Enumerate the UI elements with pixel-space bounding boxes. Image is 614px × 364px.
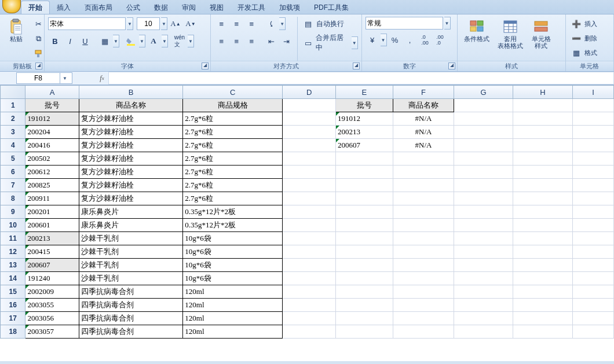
cell-C18[interactable]: 120ml <box>183 325 283 339</box>
cell-C2[interactable]: 2.7g*6粒 <box>183 112 283 126</box>
cell-I10[interactable] <box>572 219 613 232</box>
cell-E13[interactable] <box>336 259 393 272</box>
italic-button[interactable]: I <box>63 34 77 48</box>
cell-A6[interactable]: 200612 <box>25 166 79 179</box>
cell-G1[interactable] <box>454 99 513 112</box>
wrap-text-button[interactable]: 自动换行 <box>316 19 344 29</box>
cut-button[interactable]: ✂ <box>31 17 45 31</box>
decrease-indent-button[interactable]: ⇤ <box>264 34 278 48</box>
tab-3[interactable]: 公式 <box>119 1 147 14</box>
cell-F18[interactable] <box>393 325 454 339</box>
cell-B14[interactable]: 沙棘干乳剂 <box>79 272 183 285</box>
row-header-17[interactable]: 17 <box>1 312 25 325</box>
currency-button[interactable]: ¥ <box>366 33 379 47</box>
cell-F6[interactable] <box>393 166 454 179</box>
chevron-down-icon[interactable]: ▼ <box>139 35 145 47</box>
paste-button[interactable]: 粘贴 <box>3 17 29 44</box>
copy-button[interactable]: ⧉ <box>31 32 45 46</box>
cell-H14[interactable] <box>513 272 572 285</box>
cell-D11[interactable] <box>283 232 336 245</box>
cell-E11[interactable] <box>336 232 393 245</box>
row-header-3[interactable]: 3 <box>1 126 25 139</box>
cell-I16[interactable] <box>572 299 613 312</box>
cell-B5[interactable]: 复方沙棘籽油栓 <box>79 152 183 166</box>
tab-6[interactable]: 视图 <box>203 1 231 14</box>
cell-I15[interactable] <box>572 285 613 299</box>
tab-7[interactable]: 开发工具 <box>231 1 272 14</box>
cell-H12[interactable] <box>513 245 572 259</box>
cell-G15[interactable] <box>454 285 513 299</box>
cell-B18[interactable]: 四季抗病毒合剂 <box>79 325 183 339</box>
cell-D5[interactable] <box>283 152 336 166</box>
row-header-8[interactable]: 8 <box>1 192 25 205</box>
cell-C5[interactable]: 2.7g*6粒 <box>183 152 283 166</box>
cell-D12[interactable] <box>283 245 336 259</box>
cell-F4[interactable]: #N/A <box>393 139 454 152</box>
cell-B11[interactable]: 沙棘干乳剂 <box>79 232 183 245</box>
col-header-B[interactable]: B <box>79 86 183 99</box>
cell-E15[interactable] <box>336 285 393 299</box>
cell-C17[interactable]: 120ml <box>183 312 283 325</box>
row-header-14[interactable]: 14 <box>1 272 25 285</box>
cell-A17[interactable]: 2003056 <box>25 312 79 325</box>
cell-F8[interactable] <box>393 192 454 205</box>
chevron-down-icon[interactable]: ▼ <box>161 17 167 30</box>
cell-G9[interactable] <box>454 205 513 219</box>
cell-G5[interactable] <box>454 152 513 166</box>
col-header-C[interactable]: C <box>183 86 283 99</box>
cell-I3[interactable] <box>572 126 613 139</box>
cell-D14[interactable] <box>283 272 336 285</box>
align-bottom-button[interactable]: ≡ <box>244 17 258 31</box>
cell-E17[interactable] <box>336 312 393 325</box>
row-header-12[interactable]: 12 <box>1 245 25 259</box>
cell-E18[interactable] <box>336 325 393 339</box>
cell-G2[interactable] <box>454 112 513 126</box>
cell-E4[interactable]: 200607 <box>336 139 393 152</box>
row-header-2[interactable]: 2 <box>1 112 25 126</box>
cell-E16[interactable] <box>336 299 393 312</box>
chevron-down-icon[interactable]: ▼ <box>352 36 358 49</box>
cell-A14[interactable]: 191240 <box>25 272 79 285</box>
dialog-launcher-icon[interactable]: ◢ <box>35 62 42 69</box>
chevron-down-icon[interactable]: ▼ <box>60 73 70 83</box>
table-format-button[interactable]: 套用 表格格式 <box>495 17 526 51</box>
dialog-launcher-icon[interactable]: ◢ <box>202 62 209 69</box>
chevron-down-icon[interactable]: ▼ <box>381 34 387 46</box>
row-header-1[interactable]: 1 <box>1 99 25 112</box>
border-button[interactable]: ▦ <box>98 34 112 48</box>
cell-C14[interactable]: 10g*6袋 <box>183 272 283 285</box>
cell-E6[interactable] <box>336 166 393 179</box>
cell-A7[interactable]: 200825 <box>25 179 79 192</box>
cell-H6[interactable] <box>513 166 572 179</box>
align-middle-button[interactable]: ≡ <box>229 17 243 31</box>
insert-cells-button[interactable]: ➕ <box>569 17 583 31</box>
dialog-launcher-icon[interactable]: ◢ <box>448 62 455 69</box>
cell-H4[interactable] <box>513 139 572 152</box>
cell-B4[interactable]: 复方沙棘籽油栓 <box>79 139 183 152</box>
cell-H7[interactable] <box>513 179 572 192</box>
col-header-H[interactable]: H <box>513 86 572 99</box>
cell-C16[interactable]: 120ml <box>183 299 283 312</box>
chevron-down-icon[interactable]: ▼ <box>113 35 119 47</box>
cell-I1[interactable] <box>572 99 613 112</box>
col-header-D[interactable]: D <box>283 86 336 99</box>
cell-C6[interactable]: 2.7g*6粒 <box>183 166 283 179</box>
cell-I14[interactable] <box>572 272 613 285</box>
row-header-10[interactable]: 10 <box>1 219 25 232</box>
cell-C15[interactable]: 120ml <box>183 285 283 299</box>
cell-I18[interactable] <box>572 325 613 339</box>
cell-I12[interactable] <box>572 245 613 259</box>
cell-D6[interactable] <box>283 166 336 179</box>
worksheet[interactable]: ABCDEFGHI1批号商品名称商品规格批号商品名称2191012复方沙棘籽油栓… <box>0 85 614 361</box>
chevron-down-icon[interactable]: ▼ <box>279 17 286 30</box>
tab-8[interactable]: 加载项 <box>272 1 307 14</box>
increase-indent-button[interactable]: ⇥ <box>279 34 293 48</box>
cell-C3[interactable]: 2.7g*6粒 <box>183 126 283 139</box>
bold-button[interactable]: B <box>48 34 62 48</box>
font-color-button[interactable]: A <box>147 34 160 48</box>
cell-D4[interactable] <box>283 139 336 152</box>
cell-F16[interactable] <box>393 299 454 312</box>
delete-button[interactable]: 删除 <box>584 34 597 43</box>
tab-4[interactable]: 数据 <box>147 1 175 14</box>
cell-E14[interactable] <box>336 272 393 285</box>
